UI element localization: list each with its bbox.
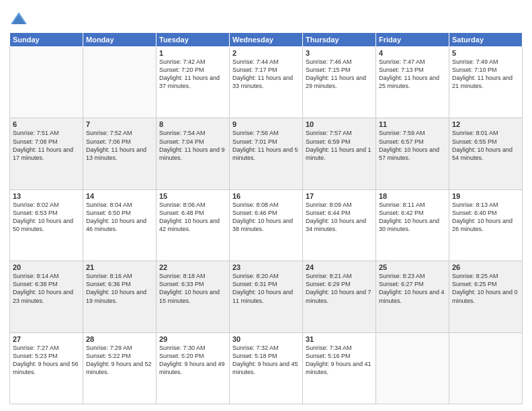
calendar-cell: 29Sunrise: 7:30 AM Sunset: 5:20 PM Dayli… bbox=[157, 332, 230, 404]
day-number: 13 bbox=[13, 192, 80, 200]
calendar-cell: 28Sunrise: 7:29 AM Sunset: 5:22 PM Dayli… bbox=[83, 332, 157, 404]
calendar-cell bbox=[83, 47, 157, 118]
calendar-header-row: SundayMondayTuesdayWednesdayThursdayFrid… bbox=[10, 33, 523, 47]
day-info: Sunrise: 8:21 AM Sunset: 6:29 PM Dayligh… bbox=[306, 272, 373, 305]
day-info: Sunrise: 7:46 AM Sunset: 7:15 PM Dayligh… bbox=[306, 58, 373, 91]
day-info: Sunrise: 7:59 AM Sunset: 6:57 PM Dayligh… bbox=[379, 129, 446, 162]
calendar-cell: 31Sunrise: 7:34 AM Sunset: 5:16 PM Dayli… bbox=[303, 332, 376, 404]
day-number: 27 bbox=[13, 335, 80, 343]
calendar-week-row: 6Sunrise: 7:51 AM Sunset: 7:08 PM Daylig… bbox=[10, 118, 523, 189]
day-info: Sunrise: 8:16 AM Sunset: 6:36 PM Dayligh… bbox=[86, 272, 153, 305]
calendar-cell: 10Sunrise: 7:57 AM Sunset: 6:59 PM Dayli… bbox=[303, 118, 376, 189]
day-number: 18 bbox=[379, 192, 446, 200]
day-info: Sunrise: 7:27 AM Sunset: 5:23 PM Dayligh… bbox=[13, 344, 80, 377]
calendar-header-day: Saturday bbox=[449, 33, 523, 47]
calendar-cell: 5Sunrise: 7:49 AM Sunset: 7:10 PM Daylig… bbox=[449, 47, 523, 118]
calendar-cell: 11Sunrise: 7:59 AM Sunset: 6:57 PM Dayli… bbox=[376, 118, 449, 189]
day-info: Sunrise: 8:01 AM Sunset: 6:55 PM Dayligh… bbox=[452, 129, 519, 162]
day-info: Sunrise: 8:18 AM Sunset: 6:33 PM Dayligh… bbox=[159, 272, 226, 305]
day-info: Sunrise: 8:13 AM Sunset: 6:40 PM Dayligh… bbox=[452, 201, 519, 234]
header bbox=[9, 7, 523, 28]
day-info: Sunrise: 7:44 AM Sunset: 7:17 PM Dayligh… bbox=[232, 58, 300, 91]
day-info: Sunrise: 7:30 AM Sunset: 5:20 PM Dayligh… bbox=[159, 344, 226, 377]
calendar-cell: 25Sunrise: 8:23 AM Sunset: 6:27 PM Dayli… bbox=[376, 261, 449, 332]
day-info: Sunrise: 8:20 AM Sunset: 6:31 PM Dayligh… bbox=[232, 272, 300, 305]
calendar-header-day: Friday bbox=[376, 33, 449, 47]
calendar-cell bbox=[376, 332, 449, 404]
day-number: 16 bbox=[232, 192, 300, 200]
day-number: 31 bbox=[306, 335, 373, 343]
day-number: 12 bbox=[452, 120, 519, 128]
page: SundayMondayTuesdayWednesdayThursdayFrid… bbox=[0, 0, 532, 411]
day-number: 20 bbox=[13, 263, 80, 271]
calendar-cell: 13Sunrise: 8:02 AM Sunset: 6:53 PM Dayli… bbox=[10, 189, 83, 261]
day-info: Sunrise: 8:04 AM Sunset: 6:50 PM Dayligh… bbox=[86, 201, 153, 234]
day-info: Sunrise: 7:54 AM Sunset: 7:04 PM Dayligh… bbox=[159, 129, 226, 162]
day-number: 25 bbox=[379, 263, 446, 271]
day-info: Sunrise: 8:06 AM Sunset: 6:48 PM Dayligh… bbox=[159, 201, 226, 234]
day-info: Sunrise: 8:08 AM Sunset: 6:46 PM Dayligh… bbox=[232, 201, 300, 234]
calendar-cell: 19Sunrise: 8:13 AM Sunset: 6:40 PM Dayli… bbox=[449, 189, 523, 261]
day-info: Sunrise: 8:25 AM Sunset: 6:25 PM Dayligh… bbox=[452, 272, 519, 305]
calendar-header-day: Monday bbox=[83, 33, 157, 47]
day-number: 24 bbox=[306, 263, 373, 271]
day-number: 10 bbox=[306, 120, 373, 128]
calendar-header-day: Sunday bbox=[10, 33, 83, 47]
day-info: Sunrise: 8:11 AM Sunset: 6:42 PM Dayligh… bbox=[379, 201, 446, 234]
calendar-cell: 3Sunrise: 7:46 AM Sunset: 7:15 PM Daylig… bbox=[303, 47, 376, 118]
day-info: Sunrise: 7:57 AM Sunset: 6:59 PM Dayligh… bbox=[306, 129, 373, 162]
day-number: 26 bbox=[452, 263, 519, 271]
day-number: 7 bbox=[86, 120, 153, 128]
calendar-cell: 4Sunrise: 7:47 AM Sunset: 7:13 PM Daylig… bbox=[376, 47, 449, 118]
calendar-cell: 2Sunrise: 7:44 AM Sunset: 7:17 PM Daylig… bbox=[230, 47, 303, 118]
day-number: 15 bbox=[159, 192, 226, 200]
day-number: 3 bbox=[306, 49, 373, 57]
calendar-table: SundayMondayTuesdayWednesdayThursdayFrid… bbox=[9, 32, 523, 404]
calendar-week-row: 13Sunrise: 8:02 AM Sunset: 6:53 PM Dayli… bbox=[10, 189, 523, 261]
day-number: 6 bbox=[13, 120, 80, 128]
calendar-week-row: 27Sunrise: 7:27 AM Sunset: 5:23 PM Dayli… bbox=[10, 332, 523, 404]
calendar-cell: 23Sunrise: 8:20 AM Sunset: 6:31 PM Dayli… bbox=[230, 261, 303, 332]
day-number: 4 bbox=[379, 49, 446, 57]
calendar-cell: 7Sunrise: 7:52 AM Sunset: 7:06 PM Daylig… bbox=[83, 118, 157, 189]
day-number: 23 bbox=[232, 263, 300, 271]
day-info: Sunrise: 7:49 AM Sunset: 7:10 PM Dayligh… bbox=[452, 58, 519, 91]
day-number: 9 bbox=[232, 120, 300, 128]
day-number: 30 bbox=[232, 335, 300, 343]
calendar-week-row: 1Sunrise: 7:42 AM Sunset: 7:20 PM Daylig… bbox=[10, 47, 523, 118]
day-number: 28 bbox=[86, 335, 153, 343]
calendar-cell: 26Sunrise: 8:25 AM Sunset: 6:25 PM Dayli… bbox=[449, 261, 523, 332]
calendar-week-row: 20Sunrise: 8:14 AM Sunset: 6:38 PM Dayli… bbox=[10, 261, 523, 332]
calendar-cell: 30Sunrise: 7:32 AM Sunset: 5:18 PM Dayli… bbox=[230, 332, 303, 404]
day-number: 11 bbox=[379, 120, 446, 128]
calendar-header-day: Tuesday bbox=[157, 33, 230, 47]
calendar-cell: 22Sunrise: 8:18 AM Sunset: 6:33 PM Dayli… bbox=[157, 261, 230, 332]
calendar-cell: 21Sunrise: 8:16 AM Sunset: 6:36 PM Dayli… bbox=[83, 261, 157, 332]
calendar-header-day: Wednesday bbox=[230, 33, 303, 47]
calendar-cell: 27Sunrise: 7:27 AM Sunset: 5:23 PM Dayli… bbox=[10, 332, 83, 404]
day-info: Sunrise: 7:32 AM Sunset: 5:18 PM Dayligh… bbox=[232, 344, 300, 377]
calendar-cell: 16Sunrise: 8:08 AM Sunset: 6:46 PM Dayli… bbox=[230, 189, 303, 261]
calendar-header-day: Thursday bbox=[303, 33, 376, 47]
calendar-cell bbox=[449, 332, 523, 404]
day-number: 21 bbox=[86, 263, 153, 271]
calendar-cell: 18Sunrise: 8:11 AM Sunset: 6:42 PM Dayli… bbox=[376, 189, 449, 261]
day-info: Sunrise: 8:09 AM Sunset: 6:44 PM Dayligh… bbox=[306, 201, 373, 234]
logo-icon bbox=[9, 9, 28, 28]
day-number: 17 bbox=[306, 192, 373, 200]
calendar-cell: 20Sunrise: 8:14 AM Sunset: 6:38 PM Dayli… bbox=[10, 261, 83, 332]
day-info: Sunrise: 8:23 AM Sunset: 6:27 PM Dayligh… bbox=[379, 272, 446, 305]
day-number: 5 bbox=[452, 49, 519, 57]
calendar-cell: 17Sunrise: 8:09 AM Sunset: 6:44 PM Dayli… bbox=[303, 189, 376, 261]
day-info: Sunrise: 7:51 AM Sunset: 7:08 PM Dayligh… bbox=[13, 129, 80, 162]
calendar-cell: 8Sunrise: 7:54 AM Sunset: 7:04 PM Daylig… bbox=[157, 118, 230, 189]
day-info: Sunrise: 7:42 AM Sunset: 7:20 PM Dayligh… bbox=[159, 58, 226, 91]
calendar-cell: 24Sunrise: 8:21 AM Sunset: 6:29 PM Dayli… bbox=[303, 261, 376, 332]
day-number: 8 bbox=[159, 120, 226, 128]
day-number: 22 bbox=[159, 263, 226, 271]
calendar-cell: 6Sunrise: 7:51 AM Sunset: 7:08 PM Daylig… bbox=[10, 118, 83, 189]
calendar-cell: 12Sunrise: 8:01 AM Sunset: 6:55 PM Dayli… bbox=[449, 118, 523, 189]
day-number: 2 bbox=[232, 49, 300, 57]
day-info: Sunrise: 8:14 AM Sunset: 6:38 PM Dayligh… bbox=[13, 272, 80, 305]
day-number: 1 bbox=[159, 49, 226, 57]
